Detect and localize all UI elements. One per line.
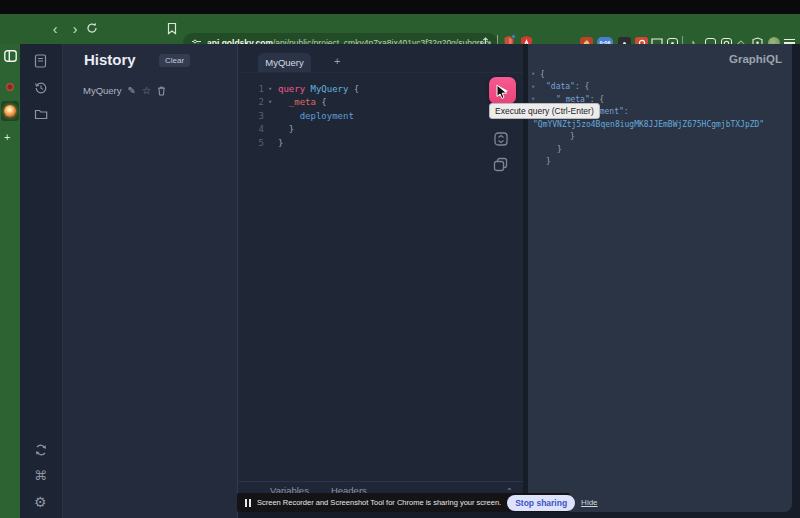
graphiql-sidebar: ⌘ ⚙: [20, 44, 62, 518]
back-button[interactable]: ‹: [48, 19, 62, 39]
code-line: 1 ▾ query MyQuery {: [250, 82, 359, 96]
hide-share-bar-button[interactable]: Hide: [581, 498, 597, 507]
bookmark-sidebar-icon[interactable]: [166, 22, 178, 35]
graphiql-logo: GraphiQL: [729, 53, 782, 65]
code-line: 5 ▾ }: [250, 136, 359, 150]
edit-label-icon[interactable]: ✎: [128, 86, 136, 96]
shortcut-icon[interactable]: ⌘: [34, 468, 47, 483]
response-line: ▾"data": {: [528, 81, 792, 94]
screen: ‹ › api.goldsky.com/api/public/project_c…: [0, 0, 800, 518]
fold-arrow-icon[interactable]: ▾: [268, 85, 278, 93]
stop-sharing-button[interactable]: Stop sharing: [507, 495, 575, 511]
refetch-icon[interactable]: [34, 443, 48, 457]
history-item[interactable]: MyQuery ✎ ☆: [83, 85, 166, 96]
editor-pane: MyQuery + 1 ▾ query MyQuery { 2 ▾ _meta …: [238, 44, 523, 512]
mouse-cursor: [496, 84, 509, 100]
line-number: 3: [250, 111, 264, 121]
copy-query-button[interactable]: [493, 157, 508, 172]
vertical-tab-strip: +: [0, 44, 20, 518]
line-number: 4: [250, 124, 264, 134]
reload-icon[interactable]: [86, 22, 98, 34]
pinned-tab-icon[interactable]: [6, 83, 14, 91]
response-line: }: [528, 131, 792, 144]
tabbar-divider: [238, 72, 523, 73]
screen-share-bar: Screen Recorder and Screenshot Tool for …: [237, 493, 570, 512]
history-icon[interactable]: [34, 81, 48, 95]
add-tab-button[interactable]: +: [334, 55, 340, 67]
active-tab[interactable]: [1, 101, 19, 121]
folder-icon[interactable]: [34, 108, 48, 120]
docs-icon[interactable]: [34, 54, 47, 68]
prettify-button[interactable]: [493, 131, 509, 147]
goldsky-favicon: [4, 105, 16, 117]
line-number: 5: [250, 138, 264, 148]
new-tab-button[interactable]: +: [4, 131, 10, 143]
sidebar-toggle-icon[interactable]: [4, 50, 17, 62]
query-editor[interactable]: 1 ▾ query MyQuery { 2 ▾ _meta { 3 ▾ depl…: [250, 82, 359, 150]
response-line: }: [528, 143, 792, 156]
query-tab-label: MyQuery: [265, 57, 304, 68]
share-message: Screen Recorder and Screenshot Tool for …: [257, 498, 501, 507]
response-line: }: [528, 156, 792, 169]
footer-divider: [238, 481, 523, 482]
code-line: 2 ▾ _meta {: [250, 96, 359, 110]
execute-tooltip: Execute query (Ctrl-Enter): [489, 103, 600, 119]
fold-arrow-icon[interactable]: ▾: [531, 70, 535, 78]
line-number: 1: [250, 84, 264, 94]
settings-icon[interactable]: ⚙: [34, 494, 47, 510]
history-panel: History Clear MyQuery ✎ ☆: [62, 44, 238, 518]
query-tab[interactable]: MyQuery: [258, 53, 311, 72]
code-line: 4 ▾ }: [250, 123, 359, 137]
history-title: History: [84, 51, 136, 68]
macos-menubar: [0, 0, 800, 14]
fold-arrow-icon[interactable]: ▾: [268, 98, 278, 106]
response-line: "QmYVNZtj5zo4Bqen8iugMK8JJEmBWjZ675HCgmj…: [528, 118, 792, 131]
graphiql-app: ⌘ ⚙ History Clear MyQuery ✎ ☆ MyQuery +: [20, 44, 800, 518]
favorite-icon[interactable]: ☆: [142, 86, 151, 96]
shield-badge: [511, 34, 516, 39]
history-item-label: MyQuery: [83, 85, 122, 96]
code-line: 3 ▾ deployment: [250, 109, 359, 123]
browser-toolbar: ‹ › api.goldsky.com/api/public/project_c…: [0, 14, 800, 44]
forward-button[interactable]: ›: [68, 19, 82, 39]
fold-arrow-icon[interactable]: ▾: [531, 83, 535, 91]
line-number: 2: [250, 97, 264, 107]
clear-history-button[interactable]: Clear: [159, 54, 190, 67]
delete-icon[interactable]: [157, 86, 166, 96]
pause-icon: [245, 499, 251, 507]
response-line: ▾{: [528, 68, 792, 81]
